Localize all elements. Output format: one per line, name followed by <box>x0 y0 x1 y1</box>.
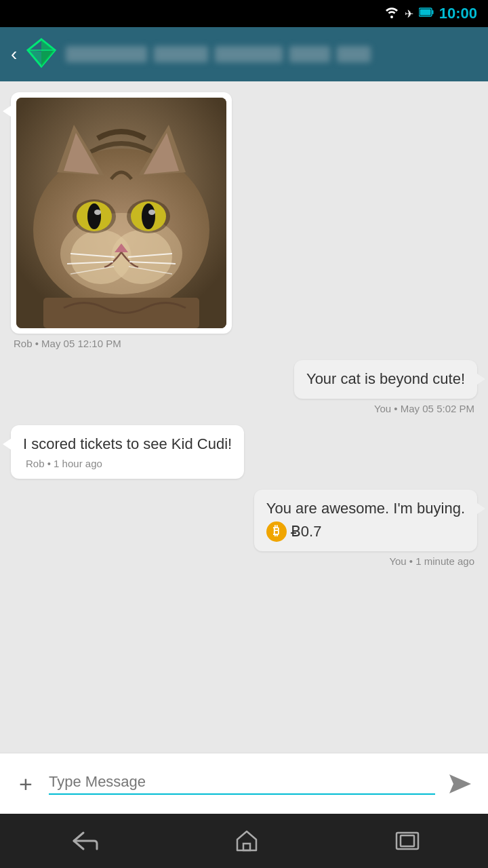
add-button[interactable]: + <box>11 769 41 799</box>
received-image-meta: Rob • May 05 12:10 PM <box>11 338 121 349</box>
status-time: 10:00 <box>439 5 477 22</box>
navigation-bar <box>0 814 488 868</box>
chat-area: Rob • May 05 12:10 PM Your cat is beyond… <box>0 81 488 753</box>
input-area: + <box>0 753 488 814</box>
svg-point-23 <box>87 203 101 229</box>
status-bar: ✈ 10:00 <box>0 0 488 27</box>
app-logo <box>25 37 58 72</box>
svg-rect-38 <box>401 835 414 846</box>
status-icons: ✈ 10:00 <box>384 5 477 22</box>
received-image-bubble: Rob • May 05 12:10 PM <box>11 92 232 349</box>
wifi-icon <box>384 6 399 21</box>
message-received-text: I scored tickets to see Kid Cudi! Rob • … <box>11 425 244 479</box>
svg-rect-1 <box>432 10 433 14</box>
svg-rect-36 <box>243 844 250 850</box>
sent-bitcoin-bubble: You are awesome. I'm buying. ₿ Ƀ0.7 <box>254 490 477 551</box>
app-bar: ‹ <box>0 27 488 81</box>
bitcoin-row: ₿ Ƀ0.7 <box>266 521 465 542</box>
svg-point-25 <box>94 210 101 215</box>
sent-bitcoin-meta: You • 1 minute ago <box>389 555 477 567</box>
message-sent-text: Your cat is beyond cute! You • May 05 5:… <box>294 360 477 414</box>
blurred-name-1 <box>66 46 147 62</box>
bitcoin-amount: Ƀ0.7 <box>291 523 322 540</box>
app-bar-title <box>66 46 477 62</box>
sent-text-content: Your cat is beyond cute! <box>306 370 465 389</box>
svg-point-26 <box>148 210 155 215</box>
blurred-name-2 <box>154 46 208 62</box>
received-text-meta: Rob • 1 hour ago <box>23 458 232 469</box>
blurred-name-4 <box>289 46 330 62</box>
message-received-image: Rob • May 05 12:10 PM <box>11 92 477 349</box>
cat-image[interactable] <box>16 98 226 328</box>
image-bubble <box>11 92 232 334</box>
svg-marker-35 <box>449 774 471 793</box>
svg-point-14 <box>111 230 172 284</box>
svg-point-24 <box>142 203 155 229</box>
nav-back-button[interactable] <box>68 830 98 852</box>
airplane-icon: ✈ <box>405 7 413 20</box>
nav-recents-button[interactable] <box>395 831 420 850</box>
back-button[interactable]: ‹ <box>11 43 17 65</box>
message-input[interactable] <box>49 773 435 791</box>
svg-rect-2 <box>420 9 430 16</box>
svg-line-8 <box>28 39 41 50</box>
received-text-content: I scored tickets to see Kid Cudi! <box>23 435 232 454</box>
sent-bitcoin-text: You are awesome. I'm buying. <box>266 499 465 519</box>
send-button[interactable] <box>443 767 477 801</box>
message-sent-bitcoin: You are awesome. I'm buying. ₿ Ƀ0.7 You … <box>254 490 477 567</box>
input-field-wrap <box>49 773 435 795</box>
received-text-bubble: I scored tickets to see Kid Cudi! Rob • … <box>11 425 244 479</box>
nav-home-button[interactable] <box>235 829 259 853</box>
sent-text-meta: You • May 05 5:02 PM <box>374 403 477 414</box>
sent-text-bubble: Your cat is beyond cute! <box>294 360 477 399</box>
battery-icon <box>419 7 434 20</box>
blurred-name-3 <box>215 46 283 62</box>
blurred-name-5 <box>337 46 371 62</box>
bitcoin-icon: ₿ <box>266 521 287 542</box>
